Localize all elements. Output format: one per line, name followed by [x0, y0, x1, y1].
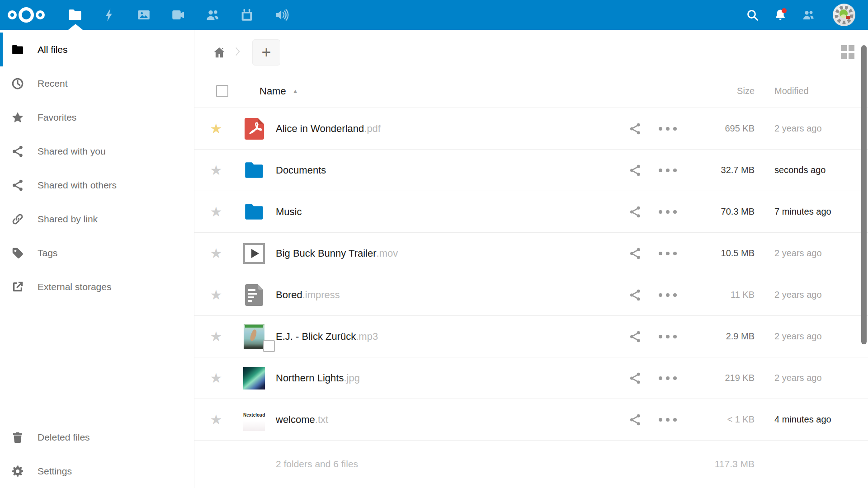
sidebar-item-shared-with-others[interactable]: Shared with others — [0, 168, 194, 202]
file-name[interactable]: Alice in Wonderland.pdf — [276, 123, 622, 135]
file-modified: 4 minutes ago — [755, 414, 868, 425]
breadcrumb-home-icon[interactable] — [212, 46, 226, 59]
column-header-size[interactable]: Size — [687, 86, 755, 96]
favorite-star-icon[interactable]: ★ — [210, 247, 222, 260]
tag-icon — [10, 245, 25, 261]
presentation-file-icon[interactable] — [245, 284, 263, 306]
file-select-checkbox[interactable] — [263, 340, 275, 352]
more-actions-icon[interactable] — [649, 418, 687, 422]
file-name[interactable]: Big Buck Bunny Trailer.mov — [276, 248, 622, 259]
more-actions-icon[interactable] — [649, 376, 687, 380]
breadcrumb-chevron-icon — [231, 46, 243, 59]
table-header: Name ▲ Size Modified — [194, 75, 868, 108]
share-icon[interactable] — [622, 413, 649, 427]
share-icon[interactable] — [622, 247, 649, 260]
sidebar-item-favorites[interactable]: Favorites — [0, 100, 194, 134]
gear-icon — [10, 464, 25, 479]
sidebar-item-tags[interactable]: Tags — [0, 236, 194, 270]
sidebar-item-recent[interactable]: Recent — [0, 66, 194, 100]
file-modified: seconds ago — [755, 165, 868, 175]
favorite-star-icon[interactable]: ★ — [210, 288, 222, 302]
user-avatar[interactable] — [833, 4, 855, 26]
file-row[interactable]: ★ Music 70.3 MB 7 minutes ago — [194, 191, 868, 233]
folder-icon[interactable] — [243, 201, 265, 223]
contacts-menu-icon[interactable] — [801, 8, 816, 22]
favorite-star-icon[interactable]: ★ — [210, 122, 222, 136]
more-actions-icon[interactable] — [649, 169, 687, 172]
share-icon[interactable] — [622, 330, 649, 343]
header-right — [745, 0, 855, 30]
album-art-thumbnail[interactable] — [244, 324, 264, 349]
sidebar-item-all-files[interactable]: All files — [0, 33, 194, 66]
share-icon[interactable] — [622, 205, 649, 219]
app-music-icon[interactable] — [264, 0, 298, 30]
file-row[interactable]: ★ Northern Lights.jpg 219 KB 2 years ago — [194, 357, 868, 399]
file-size: < 1 KB — [687, 414, 755, 425]
file-name[interactable]: Documents — [276, 164, 622, 176]
share-icon[interactable] — [622, 371, 649, 385]
file-modified: 2 years ago — [755, 248, 868, 258]
sidebar-item-shared-with-you[interactable]: Shared with you — [0, 134, 194, 168]
file-name[interactable]: Northern Lights.jpg — [276, 372, 622, 384]
more-actions-icon[interactable] — [649, 127, 687, 131]
sort-ascending-icon: ▲ — [292, 88, 298, 94]
text-file-thumbnail[interactable]: Nextcloud — [243, 408, 265, 431]
favorite-star-icon[interactable]: ★ — [210, 205, 222, 219]
app-contacts-icon[interactable] — [195, 0, 230, 30]
select-all-checkbox[interactable] — [216, 85, 228, 97]
image-thumbnail[interactable] — [243, 367, 265, 389]
notification-badge — [782, 8, 787, 13]
more-actions-icon[interactable] — [649, 335, 687, 338]
file-row[interactable]: ★ Alice in Wonderland.pdf 695 KB 2 years… — [194, 108, 868, 150]
file-row[interactable]: ★ Big Buck Bunny Trailer.mov 10.5 MB 2 y… — [194, 233, 868, 274]
grid-view-toggle-icon[interactable] — [841, 45, 854, 59]
file-row[interactable]: ★ E.J. - Blick Zurück.mp3 2.9 MB 2 years… — [194, 316, 868, 357]
file-row[interactable]: ★ Bored.impress 11 KB 2 years ago — [194, 274, 868, 316]
file-name[interactable]: welcome.txt — [276, 414, 622, 426]
share-icon — [10, 144, 25, 159]
nextcloud-logo[interactable] — [6, 4, 46, 26]
file-row[interactable]: ★ Nextcloud welcome.txt < 1 KB 4 minutes… — [194, 399, 868, 441]
top-header — [0, 0, 868, 30]
more-actions-icon[interactable] — [649, 210, 687, 214]
sidebar-item-shared-by-link[interactable]: Shared by link — [0, 202, 194, 236]
notifications-bell-icon[interactable] — [773, 8, 788, 22]
sidebar-item-deleted-files[interactable]: Deleted files — [0, 420, 194, 454]
file-name[interactable]: Music — [276, 206, 622, 218]
file-list: ★ Alice in Wonderland.pdf 695 KB 2 years… — [194, 108, 868, 441]
share-icon[interactable] — [622, 122, 649, 136]
scrollbar[interactable] — [861, 45, 867, 344]
app-calendar-icon[interactable] — [230, 0, 264, 30]
star-icon — [10, 110, 25, 125]
favorite-star-icon[interactable]: ★ — [210, 164, 222, 177]
file-size: 32.7 MB — [687, 165, 755, 175]
sidebar-item-external-storages[interactable]: External storages — [0, 270, 194, 304]
file-name[interactable]: E.J. - Blick Zurück.mp3 — [276, 331, 622, 343]
new-button[interactable]: + — [252, 39, 280, 66]
more-actions-icon[interactable] — [649, 293, 687, 297]
column-header-name[interactable]: Name ▲ — [259, 85, 622, 97]
favorite-star-icon[interactable]: ★ — [210, 330, 222, 343]
video-file-icon[interactable] — [243, 243, 265, 264]
share-icon[interactable] — [622, 288, 649, 302]
file-modified: 2 years ago — [755, 373, 868, 383]
more-actions-icon[interactable] — [649, 252, 687, 255]
files-sidebar: All filesRecentFavoritesShared with youS… — [0, 30, 194, 488]
pdf-file-icon[interactable] — [244, 118, 264, 140]
favorite-star-icon[interactable]: ★ — [210, 413, 222, 427]
file-row[interactable]: ★ Documents 32.7 MB seconds ago — [194, 150, 868, 191]
folder-icon[interactable] — [243, 159, 265, 182]
file-name[interactable]: Bored.impress — [276, 289, 622, 301]
file-size: 10.5 MB — [687, 248, 755, 258]
file-size: 2.9 MB — [687, 331, 755, 342]
app-talk-icon[interactable] — [161, 0, 195, 30]
app-activity-icon[interactable] — [92, 0, 127, 30]
sidebar-item-settings[interactable]: Settings — [0, 454, 194, 488]
search-icon[interactable] — [745, 8, 760, 22]
link-icon — [10, 211, 25, 227]
app-photos-icon[interactable] — [127, 0, 161, 30]
file-modified: 2 years ago — [755, 123, 868, 134]
column-header-modified[interactable]: Modified — [755, 86, 868, 96]
share-icon[interactable] — [622, 164, 649, 177]
favorite-star-icon[interactable]: ★ — [210, 371, 222, 385]
